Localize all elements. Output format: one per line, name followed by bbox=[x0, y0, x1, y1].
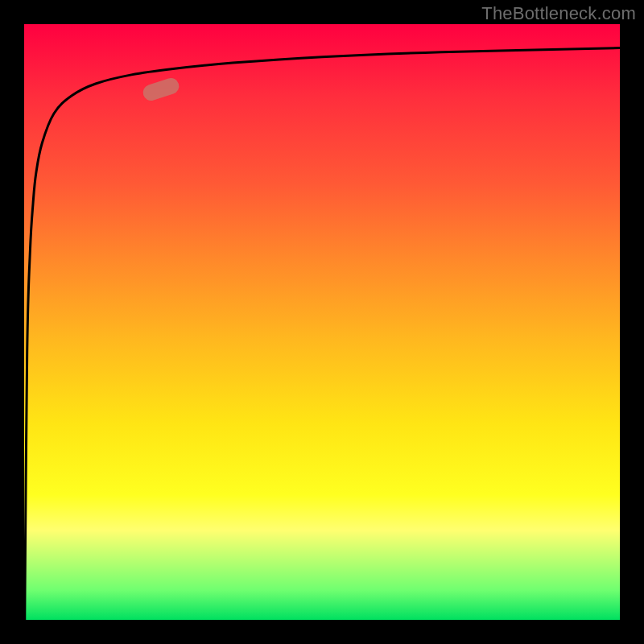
attribution-text: TheBottleneck.com bbox=[481, 3, 636, 24]
curve-layer bbox=[24, 24, 620, 620]
chart-stage: TheBottleneck.com bbox=[0, 0, 644, 644]
bottleneck-curve bbox=[25, 48, 620, 620]
